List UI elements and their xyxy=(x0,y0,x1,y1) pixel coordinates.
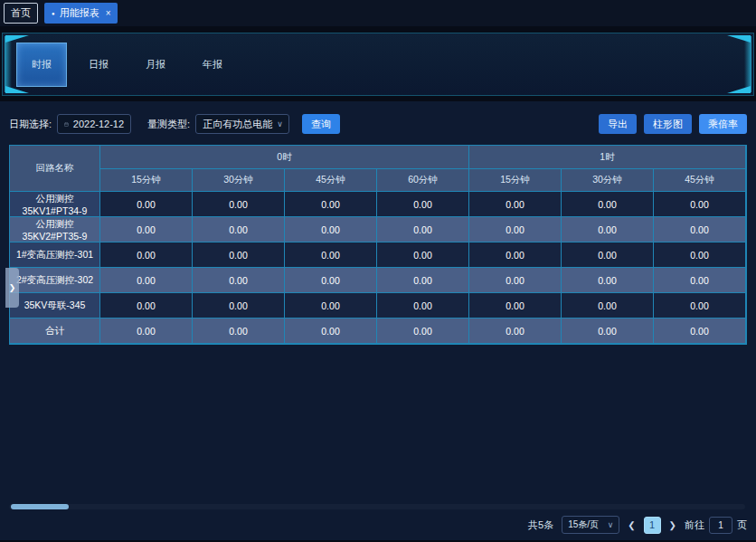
data-cell: 0.00 xyxy=(654,217,746,242)
row-name: 公用测控35KV1#PT34-9 xyxy=(10,192,100,217)
data-cell: 0.00 xyxy=(193,192,285,217)
data-cell: 0.00 xyxy=(193,242,285,268)
filter-toolbar: 日期选择: 2022-12-12 量测类型: 正向有功总电能 ∨ 查询 导出柱形… xyxy=(9,114,747,134)
next-page-button[interactable]: ❯ xyxy=(669,520,676,530)
data-cell: 0.00 xyxy=(654,319,746,344)
data-cell: 0.00 xyxy=(100,217,193,242)
data-cell: 0.00 xyxy=(100,268,193,293)
goto-label: 前往 xyxy=(685,518,704,532)
measure-type-label: 量测类型: xyxy=(147,118,190,131)
glow-edge-right xyxy=(744,36,751,92)
query-button[interactable]: 查询 xyxy=(302,114,340,134)
date-select-label: 日期选择: xyxy=(9,118,52,131)
tab-energy-report-label: 用能报表 xyxy=(60,6,99,20)
data-cell: 0.00 xyxy=(654,268,746,293)
data-cell: 0.00 xyxy=(285,192,377,217)
data-cell: 0.00 xyxy=(100,242,193,268)
export-button[interactable]: 导出 xyxy=(599,114,637,134)
data-cell: 0.00 xyxy=(377,268,469,293)
row-name-total: 合计 xyxy=(10,319,100,344)
measure-type-select[interactable]: 正向有功总电能 ∨ xyxy=(195,114,289,134)
data-cell: 0.00 xyxy=(285,217,377,242)
data-cell: 0.00 xyxy=(377,242,469,268)
bar-chart-button[interactable]: 柱形图 xyxy=(644,114,692,134)
data-cell: 0.00 xyxy=(562,217,654,242)
data-cell: 0.00 xyxy=(562,319,654,344)
report-table-grid: 回路名称0时1时15分钟30分钟45分钟60分钟15分钟30分钟45分钟公用测控… xyxy=(10,146,746,344)
data-cell: 0.00 xyxy=(654,293,746,319)
sidebar-expander[interactable]: ❯ xyxy=(5,268,19,308)
data-cell: 0.00 xyxy=(193,319,285,344)
data-cell: 0.00 xyxy=(562,293,654,319)
page: { "topbar": { "home_tab": "首页", "active_… xyxy=(0,0,756,542)
column-subheader: 30分钟 xyxy=(562,169,654,192)
data-cell: 0.00 xyxy=(562,192,654,217)
glow-edge-left xyxy=(5,36,12,92)
data-cell: 0.00 xyxy=(377,217,469,242)
close-icon[interactable]: × xyxy=(106,8,111,18)
data-cell: 0.00 xyxy=(654,192,746,217)
data-cell: 0.00 xyxy=(193,217,285,242)
report-tabs-panel: 时报日报月报年报 xyxy=(2,33,754,96)
goto-page-input[interactable] xyxy=(709,517,732,534)
data-cell: 0.00 xyxy=(469,319,562,344)
data-cell: 0.00 xyxy=(285,268,377,293)
multiply-rate-button[interactable]: 乘倍率 xyxy=(699,114,747,134)
row-name: 2#变高压测控-302 xyxy=(10,268,100,293)
chevron-down-icon: ∨ xyxy=(277,120,283,128)
data-cell: 0.00 xyxy=(377,192,469,217)
data-cell: 0.00 xyxy=(285,242,377,268)
data-cell: 0.00 xyxy=(562,268,654,293)
chevron-right-icon: ❯ xyxy=(9,283,16,292)
total-count-label: 共5条 xyxy=(528,518,553,532)
column-subheader: 45分钟 xyxy=(285,169,377,192)
tab-home[interactable]: 首页 xyxy=(4,3,38,24)
column-group-header: 0时 xyxy=(100,146,469,169)
tab-monthly[interactable]: 月报 xyxy=(130,43,181,86)
data-cell: 0.00 xyxy=(285,319,377,344)
row-name: 公用测控35KV2#PT35-9 xyxy=(10,217,100,242)
page-size-value: 15条/页 xyxy=(568,518,599,531)
column-header-circuit-name: 回路名称 xyxy=(10,146,100,192)
main-panel: 日期选择: 2022-12-12 量测类型: 正向有功总电能 ∨ 查询 导出柱形… xyxy=(0,101,756,540)
report-table: 回路名称0时1时15分钟30分钟45分钟60分钟15分钟30分钟45分钟公用测控… xyxy=(9,145,747,345)
data-cell: 0.00 xyxy=(654,242,746,268)
action-buttons: 导出柱形图乘倍率 xyxy=(599,114,747,134)
data-cell: 0.00 xyxy=(469,268,562,293)
column-subheader: 15分钟 xyxy=(100,169,193,192)
pagination: 共5条 15条/页 ∨ ❮ 1 ❯ 前往 页 xyxy=(528,516,747,534)
data-cell: 0.00 xyxy=(377,293,469,319)
active-dot-icon: ● xyxy=(52,11,55,16)
column-group-header: 1时 xyxy=(469,146,746,169)
column-subheader: 60分钟 xyxy=(377,169,469,192)
horizontal-scrollbar[interactable] xyxy=(9,504,745,509)
data-cell: 0.00 xyxy=(100,319,193,344)
prev-page-button[interactable]: ❮ xyxy=(628,520,635,530)
data-cell: 0.00 xyxy=(469,217,562,242)
column-subheader: 30分钟 xyxy=(193,169,285,192)
report-period-tabs: 时报日报月报年报 xyxy=(16,43,238,87)
data-cell: 0.00 xyxy=(469,192,562,217)
row-name: 35KV母联-345 xyxy=(10,293,100,319)
column-subheader: 45分钟 xyxy=(654,169,746,192)
tab-energy-report[interactable]: ● 用能报表 × xyxy=(44,3,118,24)
page-size-select[interactable]: 15条/页 ∨ xyxy=(562,516,619,534)
horizontal-scrollbar-thumb[interactable] xyxy=(11,504,69,509)
data-cell: 0.00 xyxy=(469,242,562,268)
data-cell: 0.00 xyxy=(193,268,285,293)
current-page-button[interactable]: 1 xyxy=(644,517,661,534)
data-cell: 0.00 xyxy=(100,192,193,217)
data-cell: 0.00 xyxy=(562,242,654,268)
date-picker-input[interactable]: 2022-12-12 xyxy=(57,114,131,134)
data-cell: 0.00 xyxy=(193,293,285,319)
data-cell: 0.00 xyxy=(285,293,377,319)
tab-hourly[interactable]: 时报 xyxy=(16,43,67,87)
measure-type-value: 正向有功总电能 xyxy=(203,118,272,131)
page-unit-label: 页 xyxy=(737,518,747,532)
tab-daily[interactable]: 日报 xyxy=(73,43,124,86)
tab-yearly[interactable]: 年报 xyxy=(187,43,238,86)
date-value: 2022-12-12 xyxy=(73,119,124,129)
chevron-down-icon: ∨ xyxy=(608,521,614,529)
column-subheader: 15分钟 xyxy=(469,169,562,192)
data-cell: 0.00 xyxy=(100,293,193,319)
